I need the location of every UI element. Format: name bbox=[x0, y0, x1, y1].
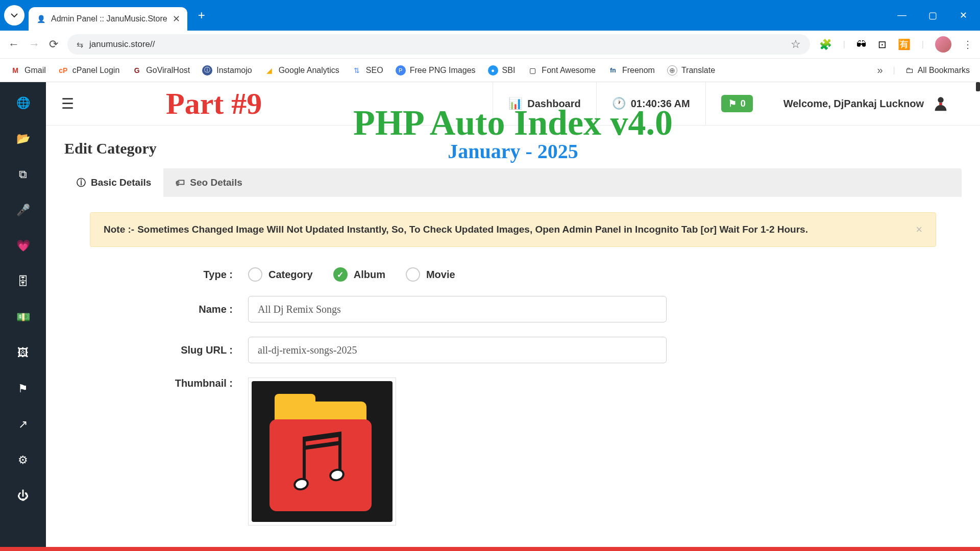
dashboard-label: Dashboard bbox=[527, 98, 580, 110]
tab-seo-label: Seo Details bbox=[190, 177, 242, 188]
tab-search-dropdown[interactable] bbox=[4, 5, 24, 26]
radio-checked-icon: ✓ bbox=[333, 267, 348, 282]
radio-movie[interactable]: Movie bbox=[406, 267, 455, 282]
slug-input[interactable] bbox=[248, 337, 667, 363]
reload-button[interactable]: ⟳ bbox=[49, 38, 58, 51]
extensions-icon[interactable]: 🧩 bbox=[819, 38, 832, 51]
tabs-container: ⓘ Basic Details 🏷 Seo Details bbox=[64, 168, 962, 197]
maximize-button[interactable]: ▢ bbox=[925, 10, 940, 21]
bookmark-sbi[interactable]: ●SBI bbox=[488, 65, 516, 76]
sidebar-folder-icon[interactable]: 📂 bbox=[0, 132, 46, 145]
bookmark-label: cPanel Login bbox=[72, 66, 120, 75]
bookmark-label: GoViralHost bbox=[146, 66, 190, 75]
bookmarks-overflow-icon[interactable]: » bbox=[877, 64, 883, 76]
sidebar-flag-icon[interactable]: ⚑ bbox=[0, 382, 46, 395]
profile-avatar[interactable] bbox=[935, 36, 951, 53]
alert-note-prefix: Note :- bbox=[104, 224, 134, 235]
all-bookmarks-button[interactable]: 🗀 All Bookmarks bbox=[905, 66, 970, 75]
radio-category[interactable]: Category bbox=[248, 267, 313, 282]
bookmark-icon: ● bbox=[488, 65, 498, 76]
bookmark-freenom[interactable]: fnFreenom bbox=[608, 65, 655, 76]
svg-rect-1 bbox=[939, 103, 942, 105]
forward-button[interactable]: → bbox=[29, 38, 40, 51]
bookmark-free-png-images[interactable]: PFree PNG Images bbox=[396, 65, 476, 76]
address-bar[interactable]: ⇆ janumusic.store// ☆ bbox=[67, 34, 810, 55]
flag-icon: ⚑ bbox=[728, 98, 737, 109]
bookmark-label: Translate bbox=[681, 66, 715, 75]
clock-display: 🕐 01:40:36 AM bbox=[596, 82, 705, 126]
sidebar-image-icon[interactable]: 🖼 bbox=[0, 346, 46, 360]
scrollbar-thumb[interactable] bbox=[976, 82, 980, 91]
clock-icon: 🕐 bbox=[612, 97, 626, 110]
lens-icon[interactable]: ⊡ bbox=[878, 38, 887, 51]
sidebar-money-icon[interactable]: 💵 bbox=[0, 311, 46, 324]
bookmark-cpanel-login[interactable]: cPcPanel Login bbox=[58, 65, 120, 76]
type-label: Type : bbox=[90, 269, 248, 281]
radio-album-label: Album bbox=[354, 269, 385, 281]
tab-basic-label: Basic Details bbox=[91, 177, 151, 188]
minimize-button[interactable]: — bbox=[894, 10, 910, 21]
hamburger-menu-icon[interactable]: ☰ bbox=[61, 95, 74, 112]
bookmark-star-icon[interactable]: ☆ bbox=[791, 38, 801, 51]
bookmark-label: Google Analytics bbox=[279, 66, 339, 75]
alert-close-icon[interactable]: × bbox=[916, 223, 922, 236]
user-menu[interactable]: Welcome, DjPankaj Lucknow bbox=[768, 82, 965, 126]
sidebar-power-icon[interactable]: ⏻ bbox=[0, 489, 46, 503]
chevron-down-icon bbox=[10, 11, 18, 19]
dashboard-link[interactable]: 📊 Dashboard bbox=[493, 82, 596, 126]
bookmark-goviralhost[interactable]: GGoViralHost bbox=[132, 65, 190, 76]
sidebar-mic-icon[interactable]: 🎤 bbox=[0, 204, 46, 217]
sidebar-archive-icon[interactable]: 🗄 bbox=[0, 275, 46, 288]
overlay-part-title: Part #9 bbox=[166, 86, 262, 121]
bookmark-label: SBI bbox=[502, 66, 516, 75]
translate-icon[interactable]: 🈶 bbox=[898, 38, 911, 51]
flag-counter[interactable]: ⚑ 0 bbox=[705, 82, 768, 126]
browser-menu-icon[interactable]: ⋮ bbox=[963, 38, 972, 51]
back-button[interactable]: ← bbox=[8, 38, 19, 51]
bookmark-gmail[interactable]: MGmail bbox=[10, 65, 46, 76]
bookmark-icon: G bbox=[132, 65, 142, 76]
bookmark-label: Instamojo bbox=[216, 66, 252, 75]
incognito-icon[interactable]: 🕶 bbox=[856, 39, 867, 51]
bookmark-icon: P bbox=[396, 65, 406, 76]
radio-category-label: Category bbox=[268, 269, 313, 281]
radio-movie-label: Movie bbox=[426, 269, 455, 281]
name-input[interactable] bbox=[248, 296, 667, 322]
slug-label: Slug URL : bbox=[90, 344, 248, 356]
sidebar-globe-icon[interactable]: 🌐 bbox=[0, 96, 46, 110]
bookmark-label: Free PNG Images bbox=[410, 66, 476, 75]
tags-icon: 🏷 bbox=[176, 178, 185, 188]
sidebar-heart-icon[interactable]: 💗 bbox=[0, 239, 46, 253]
bookmark-icon: ▢ bbox=[527, 65, 537, 76]
bottom-border-accent bbox=[0, 547, 980, 551]
sidebar-gear-icon[interactable]: ⚙ bbox=[0, 454, 46, 467]
name-label: Name : bbox=[90, 304, 248, 315]
tab-seo-details[interactable]: 🏷 Seo Details bbox=[163, 168, 254, 197]
radio-circle-icon bbox=[406, 267, 420, 282]
bookmark-icon: ⇅ bbox=[352, 65, 362, 76]
browser-tab[interactable]: 👤 Admin Panel :: JanuMusic.Store ✕ bbox=[29, 7, 187, 31]
close-icon[interactable]: ✕ bbox=[173, 13, 180, 24]
clock-time: 01:40:36 AM bbox=[631, 98, 690, 110]
tab-basic-details[interactable]: ⓘ Basic Details bbox=[64, 168, 163, 197]
site-settings-icon[interactable]: ⇆ bbox=[77, 40, 83, 49]
sidebar-link-icon[interactable]: ↗ bbox=[0, 418, 46, 431]
bookmark-icon: ⓘ bbox=[202, 65, 212, 76]
all-bookmarks-label: All Bookmarks bbox=[918, 66, 970, 75]
bookmark-translate[interactable]: ⊕Translate bbox=[667, 65, 715, 76]
sidebar-copy-icon[interactable]: ⧉ bbox=[0, 168, 46, 181]
tab-favicon-icon: 👤 bbox=[36, 14, 46, 24]
flag-count: 0 bbox=[741, 98, 746, 109]
new-tab-button[interactable]: + bbox=[192, 6, 211, 24]
radio-album[interactable]: ✓ Album bbox=[333, 267, 385, 282]
bookmark-instamojo[interactable]: ⓘInstamojo bbox=[202, 65, 252, 76]
bookmark-seo[interactable]: ⇅SEO bbox=[352, 65, 383, 76]
bookmark-google-analytics[interactable]: ◢Google Analytics bbox=[264, 65, 339, 76]
page-heading: Edit Category bbox=[64, 140, 962, 157]
url-text: janumusic.store// bbox=[89, 39, 785, 49]
thumbnail-preview[interactable] bbox=[248, 378, 396, 525]
bookmark-icon: fn bbox=[608, 65, 618, 76]
radio-circle-icon bbox=[248, 267, 262, 282]
bookmark-font-awesome[interactable]: ▢Font Awesome bbox=[527, 65, 596, 76]
close-window-button[interactable]: ✕ bbox=[955, 10, 971, 21]
